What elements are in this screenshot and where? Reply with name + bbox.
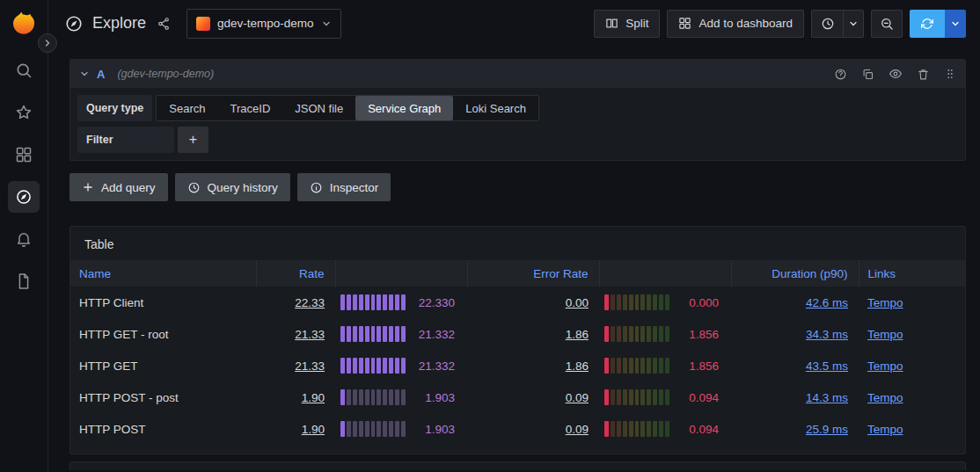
- rate-link[interactable]: 1.90: [302, 391, 325, 404]
- search-icon[interactable]: [8, 54, 40, 86]
- duration-link[interactable]: 43.5 ms: [806, 359, 848, 373]
- error-rate-link[interactable]: 1.86: [566, 328, 589, 341]
- add-to-dashboard-label: Add to dashboard: [698, 17, 793, 30]
- service-graph-table: NameRateError RateDuration (p90)Links HT…: [70, 260, 965, 445]
- query-actions-row: Add query Query history Inspector: [69, 173, 966, 201]
- error-gauge-value: 1.856: [689, 328, 719, 341]
- duration-link[interactable]: 42.6 ms: [806, 296, 848, 309]
- query-type-option-traceid[interactable]: TraceID: [218, 96, 283, 120]
- query-header-actions: [834, 67, 956, 81]
- rate-led-gauge: [340, 421, 406, 437]
- inspector-button[interactable]: Inspector: [297, 173, 391, 201]
- explore-icon[interactable]: [8, 181, 40, 213]
- query-type-option-loki-search[interactable]: Loki Search: [453, 96, 538, 120]
- add-query-button[interactable]: Add query: [69, 173, 168, 201]
- rate-gauge-value: 21.332: [419, 328, 455, 341]
- drag-handle-icon[interactable]: [944, 68, 956, 80]
- error-rate-link[interactable]: 1.86: [566, 359, 589, 373]
- star-icon[interactable]: [8, 97, 40, 128]
- table-row: HTTP GET - root21.3321.3321.861.85634.3 …: [70, 318, 965, 350]
- zoom-out-button[interactable]: [871, 10, 903, 38]
- tempo-link[interactable]: Tempo: [867, 391, 903, 404]
- sidebar-expand-button[interactable]: [38, 33, 57, 53]
- service-name: HTTP GET: [70, 350, 256, 381]
- table-row: HTTP POST - post1.901.9030.090.09414.3 m…: [70, 381, 965, 413]
- error-rate-link[interactable]: 0.00: [566, 296, 589, 309]
- explore-compass-icon: [64, 14, 84, 33]
- datasource-picker[interactable]: gdev-tempo-demo: [186, 9, 341, 39]
- tempo-link[interactable]: Tempo: [867, 296, 903, 309]
- table-body: HTTP Client22.3322.3300.000.00042.6 msTe…: [70, 287, 965, 445]
- rate-gauge-value: 1.903: [425, 391, 455, 404]
- alerting-icon[interactable]: [8, 223, 40, 255]
- query-history-button[interactable]: Query history: [175, 173, 290, 201]
- collapse-chevron-icon[interactable]: [79, 69, 90, 79]
- table-row: HTTP POST1.901.9030.090.09425.9 msTempo: [70, 413, 965, 445]
- query-type-option-service-graph[interactable]: Service Graph: [355, 96, 453, 120]
- table-panel: Table NameRateError RateDuration (p90)Li…: [69, 226, 966, 454]
- query-ref-id: A: [97, 68, 105, 81]
- help-icon[interactable]: [834, 68, 847, 81]
- document-icon[interactable]: [8, 265, 40, 297]
- query-datasource-hint: (gdev-tempo-demo): [117, 68, 214, 80]
- datasource-name: gdev-tempo-demo: [217, 17, 314, 30]
- next-panel-partial: [69, 461, 966, 470]
- duration-link[interactable]: 34.3 ms: [806, 328, 848, 341]
- error-rate-link[interactable]: 0.09: [566, 423, 589, 436]
- add-to-dashboard-button[interactable]: Add to dashboard: [667, 10, 804, 38]
- rate-link[interactable]: 1.90: [302, 423, 325, 436]
- column-header-links[interactable]: Links: [859, 260, 965, 287]
- tempo-link[interactable]: Tempo: [867, 423, 903, 436]
- rate-led-gauge: [340, 358, 406, 374]
- column-header-rate[interactable]: Rate: [256, 260, 335, 287]
- time-picker-button[interactable]: [811, 10, 843, 38]
- query-history-label: Query history: [208, 181, 278, 194]
- share-icon[interactable]: [155, 15, 172, 33]
- refresh-interval-caret[interactable]: [945, 10, 966, 38]
- split-button[interactable]: Split: [594, 10, 660, 38]
- error-gauge-value: 1.856: [689, 359, 719, 373]
- hide-query-eye-icon[interactable]: [889, 67, 903, 81]
- service-name: HTTP GET - root: [70, 318, 256, 350]
- filter-label: Filter: [77, 127, 174, 153]
- error-led-gauge: [604, 389, 669, 405]
- query-row-header[interactable]: A (gdev-tempo-demo): [70, 60, 965, 88]
- tempo-link[interactable]: Tempo: [867, 359, 903, 373]
- time-picker-caret[interactable]: [843, 10, 864, 38]
- history-clock-icon: [187, 181, 201, 194]
- add-filter-button[interactable]: +: [178, 127, 208, 153]
- rate-link[interactable]: 22.33: [295, 296, 325, 309]
- duplicate-query-icon[interactable]: [861, 68, 874, 81]
- query-type-label: Query type: [77, 95, 152, 121]
- duration-link[interactable]: 14.3 ms: [806, 391, 848, 404]
- rate-link[interactable]: 21.33: [295, 328, 325, 341]
- error-gauge-value: 0.094: [689, 423, 719, 436]
- query-type-option-search[interactable]: Search: [157, 96, 217, 120]
- remove-query-trash-icon[interactable]: [917, 68, 930, 81]
- add-query-label: Add query: [101, 181, 156, 194]
- rate-led-gauge: [340, 294, 406, 310]
- dashboards-icon[interactable]: [8, 139, 40, 171]
- toolbar-right-group: Split Add to dashboard: [594, 10, 966, 38]
- error-rate-link[interactable]: 0.09: [566, 391, 589, 404]
- query-type-option-json-file[interactable]: JSON file: [282, 96, 355, 120]
- error-gauge-value: 0.094: [689, 391, 719, 404]
- table-header-row: NameRateError RateDuration (p90)Links: [70, 260, 965, 287]
- duration-link[interactable]: 25.9 ms: [806, 423, 848, 436]
- grafana-logo[interactable]: [9, 9, 39, 39]
- column-header-duration-p90-[interactable]: Duration (p90): [731, 260, 859, 287]
- rate-link[interactable]: 21.33: [295, 359, 325, 373]
- refresh-picker: [910, 10, 966, 38]
- split-label: Split: [625, 17, 648, 30]
- sidebar-nav: [8, 54, 40, 297]
- column-header-name[interactable]: Name: [70, 260, 256, 287]
- split-icon: [605, 17, 618, 30]
- refresh-button[interactable]: [910, 10, 945, 38]
- rate-gauge-value: 1.903: [425, 423, 455, 436]
- tempo-datasource-icon: [196, 17, 210, 31]
- inspector-label: Inspector: [330, 181, 379, 194]
- column-header-error-rate[interactable]: Error Rate: [467, 260, 599, 287]
- service-name: HTTP POST - post: [70, 381, 256, 413]
- tempo-link[interactable]: Tempo: [867, 328, 903, 341]
- rate-gauge-value: 22.330: [419, 296, 455, 309]
